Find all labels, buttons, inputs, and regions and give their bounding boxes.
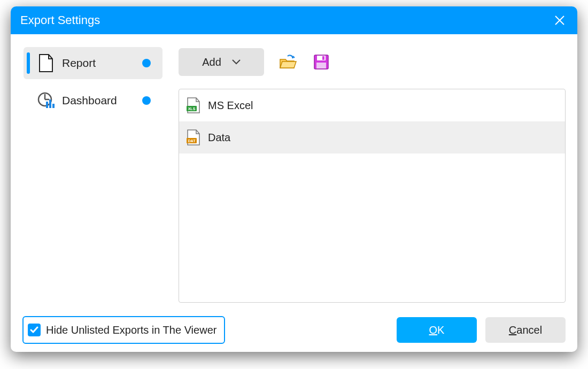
list-item-label: MS Excel (208, 99, 253, 112)
titlebar: Export Settings (11, 6, 577, 34)
active-indicator-bar (27, 90, 30, 111)
svg-rect-10 (322, 56, 324, 60)
chevron-down-icon (232, 59, 241, 65)
list-item-label: Data (208, 132, 230, 144)
list-item[interactable]: XLS MS Excel (179, 89, 565, 121)
svg-rect-6 (49, 99, 51, 108)
checkbox-box (28, 324, 41, 336)
svg-rect-11 (316, 63, 326, 68)
close-button[interactable] (552, 12, 568, 28)
hide-unlisted-checkbox[interactable]: Hide Unlisted Exports in The Viewer (22, 316, 225, 344)
dashboard-icon (36, 91, 56, 110)
add-button[interactable]: Add (179, 48, 264, 76)
status-dot-icon (142, 59, 151, 67)
folder-open-icon (279, 54, 297, 70)
xls-file-icon: XLS (187, 97, 200, 113)
sidebar-item-report[interactable]: Report (24, 47, 163, 79)
status-dot-icon (142, 96, 151, 105)
check-icon (30, 326, 38, 334)
dat-file-icon: DAT (187, 129, 200, 145)
toolbar: Add (179, 47, 566, 77)
close-icon (554, 15, 565, 26)
dialog-title: Export Settings (20, 13, 100, 27)
sidebar: Report (24, 47, 163, 303)
active-indicator-bar (27, 52, 30, 74)
main-panel: Add (179, 47, 566, 303)
svg-rect-7 (52, 104, 55, 108)
save-button[interactable] (312, 53, 330, 71)
checkbox-label: Hide Unlisted Exports in The Viewer (46, 324, 216, 336)
export-settings-dialog: Export Settings (11, 6, 577, 352)
document-icon (36, 53, 56, 73)
svg-rect-5 (46, 102, 48, 108)
ok-button[interactable]: OK (397, 317, 477, 343)
export-list: XLS MS Excel DAT (179, 89, 566, 303)
svg-text:DAT: DAT (188, 139, 196, 143)
add-button-label: Add (202, 56, 221, 68)
sidebar-item-label: Report (62, 57, 136, 70)
sidebar-item-dashboard[interactable]: Dashboard (24, 84, 163, 117)
svg-text:XLS: XLS (188, 107, 196, 111)
floppy-save-icon (314, 55, 329, 70)
sidebar-item-label: Dashboard (62, 94, 136, 107)
dialog-footer: Hide Unlisted Exports in The Viewer OK C… (11, 308, 577, 352)
list-item[interactable]: DAT Data (179, 121, 565, 153)
open-button[interactable] (279, 53, 297, 71)
cancel-button[interactable]: Cancel (485, 317, 566, 343)
footer-buttons: OK Cancel (397, 317, 566, 343)
